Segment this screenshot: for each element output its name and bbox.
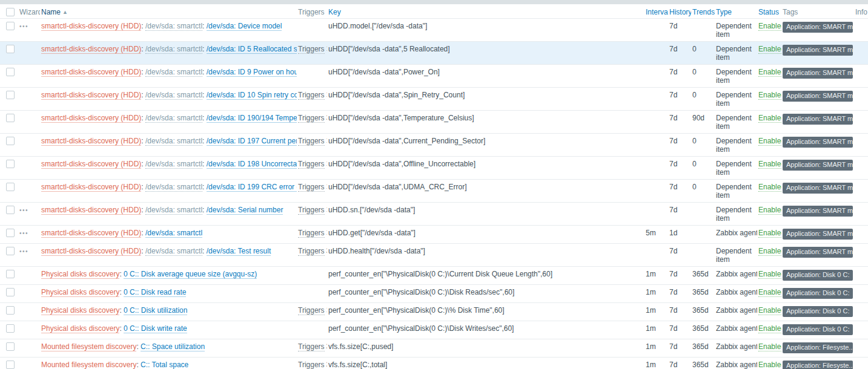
column-header-status[interactable]: Status xyxy=(758,8,779,16)
discovery-rule-link[interactable]: smartctl-disks-discovery (HDD) xyxy=(41,229,141,238)
status-link[interactable]: Enabled xyxy=(758,270,781,279)
discovery-rule-link[interactable]: Physical disks discovery xyxy=(41,270,119,279)
status-link[interactable]: Enabled xyxy=(758,206,781,215)
discovery-rule-link[interactable]: smartctl-disks-discovery (HDD) xyxy=(41,22,141,31)
row-checkbox[interactable] xyxy=(6,160,15,168)
item-name-link[interactable]: C:: Space utilization xyxy=(141,342,205,351)
status-link[interactable]: Enabled xyxy=(758,91,781,100)
master-item-link[interactable]: /dev/sda: smartctl xyxy=(145,160,202,169)
status-link[interactable]: Enabled xyxy=(758,45,781,54)
item-name-link[interactable]: /dev/sda: ID 5 Reallocated sectors count xyxy=(207,45,297,54)
item-name-link[interactable]: 0 C:: Disk utilization xyxy=(124,306,187,315)
discovery-rule-link[interactable]: Physical disks discovery xyxy=(41,288,119,297)
column-header-trends[interactable]: Trends xyxy=(692,8,715,16)
column-header-name[interactable]: Name xyxy=(41,8,61,16)
triggers-link[interactable]: Triggers xyxy=(298,247,325,256)
master-item-link[interactable]: /dev/sda: smartctl xyxy=(145,45,202,54)
tag-badge[interactable]: Application: SMART m... xyxy=(783,45,853,56)
tag-badge[interactable]: Application: SMART m... xyxy=(783,22,853,33)
item-name-link[interactable]: /dev/sda: ID 10 Spin retry count xyxy=(207,91,297,100)
column-header-type[interactable]: Type xyxy=(716,8,732,16)
triggers-link[interactable]: Triggers xyxy=(298,206,325,215)
tag-badge[interactable]: Application: Disk 0 C: xyxy=(783,270,853,281)
wizard-menu-icon[interactable]: ••• xyxy=(19,230,28,237)
tag-badge[interactable]: Application: Filesyste... xyxy=(783,342,853,353)
triggers-link[interactable]: Triggers xyxy=(298,342,325,351)
item-name-link[interactable]: /dev/sda: ID 199 CRC error count xyxy=(207,183,297,192)
row-checkbox[interactable] xyxy=(6,324,15,333)
tag-badge[interactable]: Application: SMART m... xyxy=(783,160,853,171)
status-link[interactable]: Enabled xyxy=(758,68,781,77)
discovery-rule-link[interactable]: smartctl-disks-discovery (HDD) xyxy=(41,45,141,54)
discovery-rule-link[interactable]: smartctl-disks-discovery (HDD) xyxy=(41,137,141,146)
tag-badge[interactable]: Application: SMART m... xyxy=(783,206,853,217)
item-name-link[interactable]: 0 C:: Disk write rate xyxy=(124,324,187,333)
tag-badge[interactable]: Application: SMART m... xyxy=(783,137,853,148)
discovery-rule-link[interactable]: smartctl-disks-discovery (HDD) xyxy=(41,114,141,123)
status-link[interactable]: Enabled xyxy=(758,229,781,238)
row-checkbox[interactable] xyxy=(6,342,15,351)
item-name-link[interactable]: C:: Total space xyxy=(141,361,188,369)
triggers-link[interactable]: Triggers xyxy=(298,137,325,146)
row-checkbox[interactable] xyxy=(6,247,15,255)
row-checkbox[interactable] xyxy=(6,229,15,237)
master-item-link[interactable]: /dev/sda: smartctl xyxy=(145,68,202,77)
tag-badge[interactable]: Application: SMART m... xyxy=(783,114,853,125)
discovery-rule-link[interactable]: smartctl-disks-discovery (HDD) xyxy=(41,68,141,77)
tag-badge[interactable]: Application: Disk 0 C: xyxy=(783,324,853,335)
status-link[interactable]: Enabled xyxy=(758,247,781,256)
row-checkbox[interactable] xyxy=(6,91,15,99)
status-link[interactable]: Enabled xyxy=(758,22,781,31)
triggers-link[interactable]: Triggers xyxy=(298,229,325,238)
master-item-link[interactable]: /dev/sda: smartctl xyxy=(145,114,202,123)
triggers-link[interactable]: Triggers xyxy=(298,114,325,123)
row-checkbox[interactable] xyxy=(6,22,15,30)
tag-badge[interactable]: Application: SMART m... xyxy=(783,91,853,102)
wizard-menu-icon[interactable]: ••• xyxy=(19,207,28,214)
row-checkbox[interactable] xyxy=(6,206,15,214)
tag-badge[interactable]: Application: SMART m... xyxy=(783,183,853,194)
master-item-link[interactable]: /dev/sda: smartctl xyxy=(145,137,202,146)
wizard-menu-icon[interactable]: ••• xyxy=(19,248,28,255)
tag-badge[interactable]: Application: Disk 0 C: xyxy=(783,288,853,299)
master-item-link[interactable]: /dev/sda: smartctl xyxy=(145,91,202,100)
discovery-rule-link[interactable]: Mounted filesystem discovery xyxy=(41,361,136,369)
status-link[interactable]: Enabled xyxy=(758,288,781,297)
row-checkbox[interactable] xyxy=(6,114,15,122)
status-link[interactable]: Enabled xyxy=(758,183,781,192)
triggers-link[interactable]: Triggers xyxy=(298,45,325,54)
row-checkbox[interactable] xyxy=(6,361,15,369)
column-header-interval[interactable]: Interval xyxy=(646,8,668,16)
discovery-rule-link[interactable]: Mounted filesystem discovery xyxy=(41,342,136,351)
master-item-link[interactable]: /dev/sda: smartctl xyxy=(145,206,202,215)
tag-badge[interactable]: Application: SMART m... xyxy=(783,247,853,258)
status-link[interactable]: Enabled xyxy=(758,306,781,315)
wizard-menu-icon[interactable]: ••• xyxy=(19,23,28,30)
item-name-link[interactable]: /dev/sda: ID 190/194 Temperature xyxy=(207,114,297,123)
status-link[interactable]: Enabled xyxy=(758,361,781,369)
item-name-link[interactable]: /dev/sda: ID 197 Current pending sector … xyxy=(207,137,297,146)
discovery-rule-link[interactable]: smartctl-disks-discovery (HDD) xyxy=(41,247,141,256)
tag-badge[interactable]: Application: SMART m... xyxy=(783,229,853,240)
item-name-link[interactable]: /dev/sda: ID 198 Uncorrectable errors co… xyxy=(207,160,297,169)
row-checkbox[interactable] xyxy=(6,68,15,76)
row-checkbox[interactable] xyxy=(6,270,15,278)
discovery-rule-link[interactable]: smartctl-disks-discovery (HDD) xyxy=(41,160,141,169)
tag-badge[interactable]: Application: Filesyste... xyxy=(783,361,853,369)
row-checkbox[interactable] xyxy=(6,288,15,296)
item-name-link[interactable]: /dev/sda: ID 9 Power on hours xyxy=(207,68,297,77)
status-link[interactable]: Enabled xyxy=(758,114,781,123)
triggers-link[interactable]: Triggers xyxy=(298,91,325,100)
discovery-rule-link[interactable]: smartctl-disks-discovery (HDD) xyxy=(41,206,141,215)
item-name-link[interactable]: /dev/sda: Serial number xyxy=(207,206,283,215)
tag-badge[interactable]: Application: SMART m... xyxy=(783,68,853,79)
discovery-rule-link[interactable]: smartctl-disks-discovery (HDD) xyxy=(41,91,141,100)
status-link[interactable]: Enabled xyxy=(758,137,781,146)
item-name-link[interactable]: /dev/sda: Device model xyxy=(207,22,282,31)
master-item-link[interactable]: /dev/sda: smartctl xyxy=(145,183,202,192)
status-link[interactable]: Enabled xyxy=(758,342,781,351)
discovery-rule-link[interactable]: Physical disks discovery xyxy=(41,306,119,315)
discovery-rule-link[interactable]: Physical disks discovery xyxy=(41,324,119,333)
status-link[interactable]: Enabled xyxy=(758,160,781,169)
item-name-link[interactable]: /dev/sda: Test result xyxy=(207,247,271,256)
